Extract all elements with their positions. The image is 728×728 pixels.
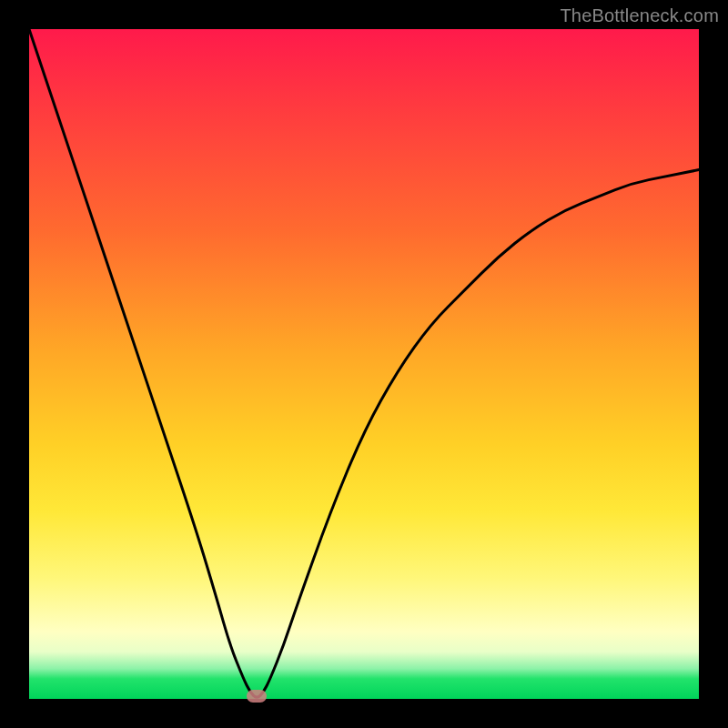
bottleneck-curve [29,29,699,699]
chart-frame: TheBottleneck.com [0,0,728,728]
plot-area [29,29,699,699]
minimum-marker [247,690,267,703]
watermark-text: TheBottleneck.com [560,5,719,26]
